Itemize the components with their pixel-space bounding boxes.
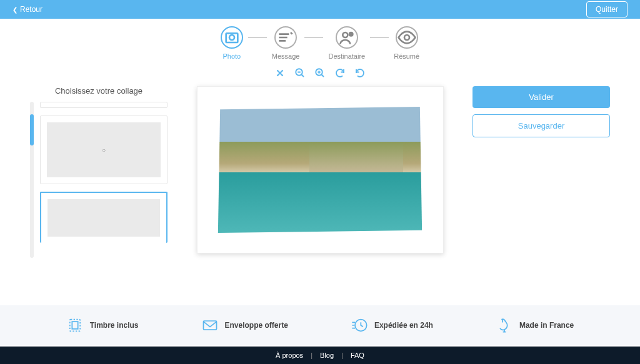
back-button[interactable]: ❮ Retour	[12, 5, 42, 14]
step-label: Photo	[222, 52, 241, 60]
collage-template-selected[interactable]	[40, 192, 168, 243]
zoom-in-icon	[314, 67, 326, 79]
footer-blog[interactable]: Blog	[320, 352, 334, 359]
footer-separator: |	[341, 352, 343, 359]
clock-icon	[351, 317, 368, 334]
eye-icon	[397, 27, 417, 47]
step-divider	[370, 37, 389, 38]
sidebar-title: Choisissez votre collage	[30, 86, 168, 96]
back-label: Retour	[20, 5, 42, 14]
step-message[interactable]: Message	[272, 26, 300, 60]
step-label: Résumé	[394, 52, 419, 60]
step-summary[interactable]: Résumé	[394, 26, 419, 60]
collage-template[interactable]	[40, 116, 168, 184]
photo-icon	[222, 27, 242, 47]
feature-stamp: Timbre inclus	[66, 317, 139, 334]
rooster-icon	[496, 317, 513, 334]
footer-about[interactable]: À propos	[276, 352, 303, 359]
zoom-in-tool[interactable]	[314, 67, 326, 79]
svg-point-4	[404, 35, 409, 40]
envelope-icon	[201, 317, 219, 334]
validate-button[interactable]: Valider	[472, 86, 610, 108]
svg-point-2	[342, 32, 348, 37]
feature-label: Expédiée en 24h	[374, 321, 433, 330]
features-bar: Timbre inclus Enveloppe offerte Expédiée…	[0, 305, 640, 345]
footer-faq[interactable]: FAQ	[351, 352, 364, 359]
svg-point-1	[229, 35, 234, 40]
scrollbar[interactable]	[30, 102, 34, 258]
feature-label: Enveloppe offerte	[225, 321, 288, 330]
quit-button[interactable]: Quitter	[586, 1, 628, 17]
recipient-icon	[337, 27, 357, 47]
photo-frame[interactable]	[197, 86, 444, 253]
zoom-out-icon	[294, 67, 306, 79]
feature-france: Made in France	[496, 317, 574, 334]
step-divider	[304, 37, 323, 38]
feature-label: Made in France	[519, 321, 574, 330]
message-icon	[276, 27, 296, 47]
rotate-right-tool[interactable]	[334, 67, 346, 79]
quit-label: Quitter	[596, 5, 618, 14]
canvas	[185, 86, 455, 253]
collage-template[interactable]	[40, 102, 168, 108]
rotate-right-icon	[334, 67, 346, 79]
feature-shipping: Expédiée en 24h	[351, 317, 433, 334]
photo-preview	[216, 106, 424, 234]
toolbar	[0, 67, 640, 79]
sidebar: Choisissez votre collage	[30, 86, 168, 258]
close-tool[interactable]	[274, 67, 286, 79]
feature-envelope: Enveloppe offerte	[201, 317, 288, 334]
rotate-left-tool[interactable]	[354, 67, 366, 79]
footer-separator: |	[311, 352, 312, 359]
step-photo[interactable]: Photo	[221, 26, 243, 60]
actions: Valider Sauvegarder	[472, 86, 610, 137]
validate-label: Valider	[529, 92, 554, 102]
save-button[interactable]: Sauvegarder	[472, 114, 610, 137]
footer: À propos | Blog | FAQ	[0, 347, 640, 364]
feature-label: Timbre inclus	[90, 321, 139, 330]
svg-rect-9	[203, 321, 216, 330]
close-icon	[274, 67, 286, 79]
svg-rect-8	[72, 322, 78, 329]
step-label: Destinataire	[328, 52, 365, 60]
step-divider	[248, 37, 267, 38]
stepper: Photo Message Destinataire Résumé	[0, 26, 640, 60]
save-label: Sauvegarder	[518, 121, 564, 130]
step-label: Message	[272, 52, 300, 60]
chevron-left-icon: ❮	[12, 6, 18, 13]
stamp-icon	[66, 317, 84, 334]
rotate-left-icon	[354, 67, 366, 79]
zoom-out-tool[interactable]	[294, 67, 306, 79]
scroll-thumb[interactable]	[30, 114, 34, 145]
step-recipient[interactable]: Destinataire	[328, 26, 365, 60]
